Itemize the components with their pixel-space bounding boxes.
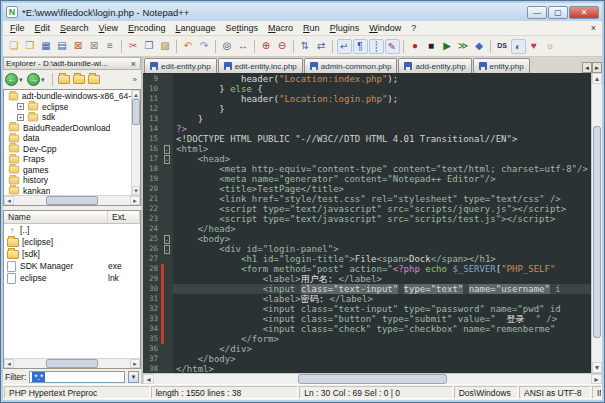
menu-plugins[interactable]: Plugins bbox=[325, 22, 365, 34]
code-line-21[interactable]: 21 <link href="style/test.css" rel="styl… bbox=[143, 194, 591, 204]
editor-vertical-scrollbar[interactable]: ▲ ▼ bbox=[591, 73, 602, 373]
print-icon[interactable]: ≡ bbox=[103, 39, 118, 54]
toolbar-overflow-chevron[interactable]: » bbox=[133, 75, 139, 84]
scroll-up-icon[interactable]: ▲ bbox=[592, 73, 602, 84]
editor-hscroll-thumb[interactable] bbox=[298, 374, 447, 384]
filter-dropdown-icon[interactable]: ▼ bbox=[128, 371, 139, 383]
tree-hscroll-thumb[interactable] bbox=[46, 196, 98, 205]
fold-margin[interactable]: - bbox=[164, 144, 173, 154]
plugin-icon[interactable]: ☼ bbox=[543, 39, 558, 54]
forward-dropdown-icon[interactable]: ▾ bbox=[41, 76, 48, 84]
copy-icon[interactable]: ❐ bbox=[142, 39, 157, 54]
forward-button[interactable]: → bbox=[27, 73, 40, 86]
redo-icon[interactable]: ↷ bbox=[197, 39, 212, 54]
code-line-16[interactable]: 16-<html> bbox=[143, 144, 591, 154]
file-row[interactable]: ↑[..] bbox=[4, 224, 140, 236]
code-line-11[interactable]: 11 header("Location:login.php"); bbox=[143, 94, 591, 104]
code-line-14[interactable]: 14?> bbox=[143, 124, 591, 134]
tree-item-dev-cpp[interactable]: Dev-Cpp bbox=[4, 144, 131, 155]
tab-entity-php[interactable]: entity.php bbox=[473, 58, 530, 73]
close-document-icon[interactable]: × bbox=[585, 23, 602, 33]
file-row[interactable]: [eclipse] bbox=[4, 236, 140, 248]
status-encoding[interactable]: ANSI as UTF-8 bbox=[519, 386, 591, 399]
file-row[interactable]: [sdk] bbox=[4, 248, 140, 260]
menu-?[interactable]: ? bbox=[406, 22, 421, 34]
code-line-22[interactable]: 22 <script type="text/javascript" src="s… bbox=[143, 204, 591, 214]
tree-scroll-thumb[interactable] bbox=[132, 99, 140, 125]
explorer-panel-titlebar[interactable]: Explorer - D:\adt-bundle-wi... × bbox=[3, 57, 141, 70]
file-row[interactable]: SDK Managerexe bbox=[4, 260, 140, 272]
code-line-12[interactable]: 12 } bbox=[143, 104, 591, 114]
code-line-29[interactable]: 29 <label>用户名: </label> bbox=[143, 274, 591, 284]
menu-edit[interactable]: Edit bbox=[30, 22, 56, 34]
file-row[interactable]: eclipselnk bbox=[4, 272, 140, 284]
open-file-icon[interactable]: ❒ bbox=[23, 39, 38, 54]
menu-file[interactable]: File bbox=[5, 22, 30, 34]
scroll-left-icon[interactable]: ◄ bbox=[143, 374, 154, 384]
editor-scroll-thumb[interactable] bbox=[593, 126, 601, 338]
tab-edit-entity-php[interactable]: edit-entity.php bbox=[144, 58, 217, 73]
menu-search[interactable]: Search bbox=[55, 22, 94, 34]
code-line-33[interactable]: 33 <input class="button" type="submit" v… bbox=[143, 314, 591, 324]
save-icon[interactable]: ▦ bbox=[39, 39, 54, 54]
tab-admin-common-php[interactable]: admin-common.php bbox=[304, 58, 398, 73]
code-line-24[interactable]: 24 </head> bbox=[143, 224, 591, 234]
tree-item-adt-bundle-windows-x86_64-201[interactable]: adt-bundle-windows-x86_64-201 bbox=[4, 91, 131, 102]
code-line-26[interactable]: 26- <div id="login-panel"> bbox=[143, 244, 591, 254]
code-line-13[interactable]: 13 } bbox=[143, 114, 591, 124]
indent-guide-icon[interactable]: ┊ bbox=[369, 39, 384, 54]
menu-window[interactable]: Window bbox=[364, 22, 406, 34]
close-file-icon[interactable]: ⊠ bbox=[71, 39, 86, 54]
tree-item-baidureaderdownload[interactable]: BaiduReaderDownload bbox=[4, 123, 131, 134]
scroll-down-icon[interactable]: ▼ bbox=[592, 362, 602, 373]
back-button[interactable]: ← bbox=[5, 73, 18, 86]
code-line-38[interactable]: 38</html> bbox=[143, 364, 591, 373]
code-line-15[interactable]: 15<!DOCTYPE HTML PUBLIC "-//W3C//DTD HTM… bbox=[143, 134, 591, 144]
menu-macro[interactable]: Macro bbox=[263, 22, 298, 34]
maximize-button[interactable]: ▢ bbox=[548, 6, 568, 19]
stop-macro-icon[interactable]: ■ bbox=[424, 39, 439, 54]
close-button[interactable]: ✕ bbox=[569, 6, 599, 19]
tab-scroll-left-icon[interactable]: ◄ bbox=[582, 62, 592, 73]
code-line-23[interactable]: 23 <script type="text/javascript" src="s… bbox=[143, 214, 591, 224]
goto-folder-icon[interactable] bbox=[58, 75, 70, 84]
code-line-20[interactable]: 20 <title>TestPage</title> bbox=[143, 184, 591, 194]
fold-collapse-icon[interactable]: - bbox=[164, 145, 170, 154]
scroll-right-icon[interactable]: ► bbox=[130, 359, 140, 368]
code-line-17[interactable]: 17- <head> bbox=[143, 154, 591, 164]
tree-item-fraps[interactable]: Fraps bbox=[4, 154, 131, 165]
menu-language[interactable]: Language bbox=[170, 22, 220, 34]
fold-collapse-icon[interactable]: - bbox=[164, 235, 170, 244]
zoom-in-icon[interactable]: ⊕ bbox=[259, 39, 274, 54]
save-all-icon[interactable]: ▤ bbox=[55, 39, 70, 54]
code-line-34[interactable]: 34 <input class="check" type="checkbox" … bbox=[143, 324, 591, 334]
scroll-left-icon[interactable]: ◄ bbox=[4, 359, 14, 368]
save-macro-icon[interactable]: ◆ bbox=[472, 39, 487, 54]
run-macro-multiple-icon[interactable]: ≫ bbox=[456, 39, 471, 54]
undo-icon[interactable]: ↶ bbox=[181, 39, 196, 54]
tree-item-kankan[interactable]: kankan bbox=[4, 186, 131, 196]
replace-icon[interactable]: ↔ bbox=[236, 39, 251, 54]
scroll-right-icon[interactable]: ► bbox=[130, 196, 140, 205]
code-line-19[interactable]: 19 <meta name="generator" content="Notep… bbox=[143, 174, 591, 184]
paste-icon[interactable]: ▨ bbox=[158, 39, 173, 54]
tree-item-data[interactable]: data bbox=[4, 133, 131, 144]
filelist-hscroll-thumb[interactable] bbox=[46, 359, 98, 368]
code-line-27[interactable]: 27 <h1 id="login-title">File<span>Dock</… bbox=[143, 254, 591, 264]
code-line-36[interactable]: 36 </div> bbox=[143, 344, 591, 354]
back-dropdown-icon[interactable]: ▾ bbox=[19, 76, 26, 84]
record-macro-icon[interactable]: ● bbox=[408, 39, 423, 54]
menu-view[interactable]: View bbox=[94, 22, 123, 34]
column-header-ext[interactable]: Ext. bbox=[108, 211, 140, 223]
editor-horizontal-scrollbar[interactable]: ◄ ► bbox=[143, 373, 602, 384]
up-folder-icon[interactable] bbox=[88, 75, 100, 84]
scroll-up-icon[interactable]: ▲ bbox=[132, 90, 140, 99]
minimize-button[interactable]: — bbox=[527, 6, 547, 19]
column-header-name[interactable]: Name bbox=[4, 211, 108, 223]
zoom-out-icon[interactable]: ⊖ bbox=[275, 39, 290, 54]
expand-icon[interactable]: + bbox=[17, 103, 24, 110]
code-line-32[interactable]: 32 <input class="text-input" type="passw… bbox=[143, 304, 591, 314]
scroll-right-icon[interactable]: ► bbox=[591, 374, 602, 384]
tree-item-history[interactable]: history bbox=[4, 175, 131, 186]
status-eol-format[interactable]: Dos\Windows bbox=[454, 386, 518, 399]
